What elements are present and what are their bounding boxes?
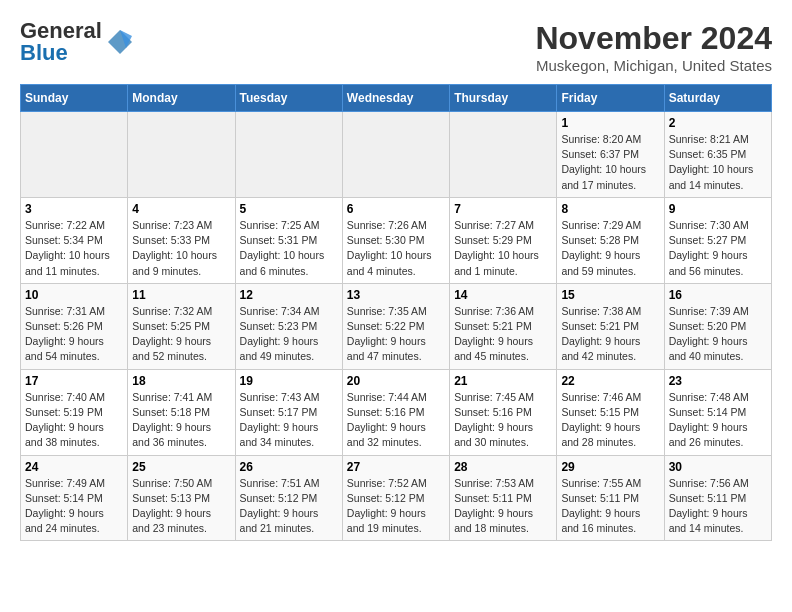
calendar-cell: 1Sunrise: 8:20 AM Sunset: 6:37 PM Daylig… (557, 112, 664, 198)
day-info: Sunrise: 7:44 AM Sunset: 5:16 PM Dayligh… (347, 390, 445, 451)
day-number: 4 (132, 202, 230, 216)
day-info: Sunrise: 7:41 AM Sunset: 5:18 PM Dayligh… (132, 390, 230, 451)
calendar-cell: 13Sunrise: 7:35 AM Sunset: 5:22 PM Dayli… (342, 283, 449, 369)
day-number: 19 (240, 374, 338, 388)
calendar-cell: 25Sunrise: 7:50 AM Sunset: 5:13 PM Dayli… (128, 455, 235, 541)
calendar-cell: 18Sunrise: 7:41 AM Sunset: 5:18 PM Dayli… (128, 369, 235, 455)
calendar-cell: 2Sunrise: 8:21 AM Sunset: 6:35 PM Daylig… (664, 112, 771, 198)
weekday-header-saturday: Saturday (664, 85, 771, 112)
calendar-cell: 16Sunrise: 7:39 AM Sunset: 5:20 PM Dayli… (664, 283, 771, 369)
day-number: 15 (561, 288, 659, 302)
day-info: Sunrise: 7:22 AM Sunset: 5:34 PM Dayligh… (25, 218, 123, 279)
day-number: 11 (132, 288, 230, 302)
day-info: Sunrise: 7:49 AM Sunset: 5:14 PM Dayligh… (25, 476, 123, 537)
weekday-header-sunday: Sunday (21, 85, 128, 112)
day-number: 24 (25, 460, 123, 474)
day-info: Sunrise: 7:30 AM Sunset: 5:27 PM Dayligh… (669, 218, 767, 279)
calendar-cell: 26Sunrise: 7:51 AM Sunset: 5:12 PM Dayli… (235, 455, 342, 541)
day-info: Sunrise: 8:21 AM Sunset: 6:35 PM Dayligh… (669, 132, 767, 193)
day-number: 20 (347, 374, 445, 388)
calendar-table: SundayMondayTuesdayWednesdayThursdayFrid… (20, 84, 772, 541)
calendar-cell: 15Sunrise: 7:38 AM Sunset: 5:21 PM Dayli… (557, 283, 664, 369)
day-number: 23 (669, 374, 767, 388)
page-header: General Blue November 2024 Muskegon, Mic… (20, 20, 772, 74)
calendar-cell: 11Sunrise: 7:32 AM Sunset: 5:25 PM Dayli… (128, 283, 235, 369)
day-info: Sunrise: 7:23 AM Sunset: 5:33 PM Dayligh… (132, 218, 230, 279)
calendar-cell: 30Sunrise: 7:56 AM Sunset: 5:11 PM Dayli… (664, 455, 771, 541)
logo-text: General Blue (20, 20, 102, 64)
day-info: Sunrise: 7:51 AM Sunset: 5:12 PM Dayligh… (240, 476, 338, 537)
calendar-cell (128, 112, 235, 198)
calendar-cell: 21Sunrise: 7:45 AM Sunset: 5:16 PM Dayli… (450, 369, 557, 455)
weekday-header-wednesday: Wednesday (342, 85, 449, 112)
day-info: Sunrise: 7:32 AM Sunset: 5:25 PM Dayligh… (132, 304, 230, 365)
calendar-cell: 7Sunrise: 7:27 AM Sunset: 5:29 PM Daylig… (450, 197, 557, 283)
day-number: 28 (454, 460, 552, 474)
calendar-cell (450, 112, 557, 198)
calendar-cell: 8Sunrise: 7:29 AM Sunset: 5:28 PM Daylig… (557, 197, 664, 283)
day-number: 27 (347, 460, 445, 474)
calendar-cell: 28Sunrise: 7:53 AM Sunset: 5:11 PM Dayli… (450, 455, 557, 541)
day-info: Sunrise: 7:43 AM Sunset: 5:17 PM Dayligh… (240, 390, 338, 451)
day-number: 13 (347, 288, 445, 302)
day-number: 17 (25, 374, 123, 388)
day-number: 21 (454, 374, 552, 388)
logo: General Blue (20, 20, 134, 64)
day-number: 1 (561, 116, 659, 130)
day-number: 14 (454, 288, 552, 302)
day-info: Sunrise: 7:38 AM Sunset: 5:21 PM Dayligh… (561, 304, 659, 365)
logo-blue: Blue (20, 40, 68, 65)
day-info: Sunrise: 7:56 AM Sunset: 5:11 PM Dayligh… (669, 476, 767, 537)
weekday-header-tuesday: Tuesday (235, 85, 342, 112)
day-info: Sunrise: 7:35 AM Sunset: 5:22 PM Dayligh… (347, 304, 445, 365)
calendar-week-3: 10Sunrise: 7:31 AM Sunset: 5:26 PM Dayli… (21, 283, 772, 369)
day-info: Sunrise: 7:48 AM Sunset: 5:14 PM Dayligh… (669, 390, 767, 451)
day-number: 2 (669, 116, 767, 130)
day-info: Sunrise: 7:52 AM Sunset: 5:12 PM Dayligh… (347, 476, 445, 537)
day-number: 6 (347, 202, 445, 216)
day-number: 10 (25, 288, 123, 302)
day-number: 18 (132, 374, 230, 388)
day-info: Sunrise: 7:46 AM Sunset: 5:15 PM Dayligh… (561, 390, 659, 451)
calendar-cell: 12Sunrise: 7:34 AM Sunset: 5:23 PM Dayli… (235, 283, 342, 369)
day-number: 22 (561, 374, 659, 388)
day-number: 25 (132, 460, 230, 474)
calendar-cell: 19Sunrise: 7:43 AM Sunset: 5:17 PM Dayli… (235, 369, 342, 455)
day-number: 9 (669, 202, 767, 216)
day-info: Sunrise: 7:45 AM Sunset: 5:16 PM Dayligh… (454, 390, 552, 451)
day-info: Sunrise: 7:39 AM Sunset: 5:20 PM Dayligh… (669, 304, 767, 365)
subtitle: Muskegon, Michigan, United States (535, 57, 772, 74)
calendar-cell: 24Sunrise: 7:49 AM Sunset: 5:14 PM Dayli… (21, 455, 128, 541)
day-number: 12 (240, 288, 338, 302)
calendar-cell: 4Sunrise: 7:23 AM Sunset: 5:33 PM Daylig… (128, 197, 235, 283)
day-info: Sunrise: 7:40 AM Sunset: 5:19 PM Dayligh… (25, 390, 123, 451)
day-info: Sunrise: 7:27 AM Sunset: 5:29 PM Dayligh… (454, 218, 552, 279)
day-number: 16 (669, 288, 767, 302)
calendar-cell: 27Sunrise: 7:52 AM Sunset: 5:12 PM Dayli… (342, 455, 449, 541)
calendar-cell: 17Sunrise: 7:40 AM Sunset: 5:19 PM Dayli… (21, 369, 128, 455)
calendar-cell: 22Sunrise: 7:46 AM Sunset: 5:15 PM Dayli… (557, 369, 664, 455)
day-info: Sunrise: 7:34 AM Sunset: 5:23 PM Dayligh… (240, 304, 338, 365)
day-number: 7 (454, 202, 552, 216)
calendar-cell: 5Sunrise: 7:25 AM Sunset: 5:31 PM Daylig… (235, 197, 342, 283)
day-info: Sunrise: 7:31 AM Sunset: 5:26 PM Dayligh… (25, 304, 123, 365)
calendar-week-5: 24Sunrise: 7:49 AM Sunset: 5:14 PM Dayli… (21, 455, 772, 541)
calendar-cell: 20Sunrise: 7:44 AM Sunset: 5:16 PM Dayli… (342, 369, 449, 455)
weekday-header-monday: Monday (128, 85, 235, 112)
day-info: Sunrise: 7:36 AM Sunset: 5:21 PM Dayligh… (454, 304, 552, 365)
calendar-cell (21, 112, 128, 198)
calendar-cell: 3Sunrise: 7:22 AM Sunset: 5:34 PM Daylig… (21, 197, 128, 283)
calendar-header: SundayMondayTuesdayWednesdayThursdayFrid… (21, 85, 772, 112)
calendar-cell: 23Sunrise: 7:48 AM Sunset: 5:14 PM Dayli… (664, 369, 771, 455)
calendar-cell: 14Sunrise: 7:36 AM Sunset: 5:21 PM Dayli… (450, 283, 557, 369)
day-number: 30 (669, 460, 767, 474)
main-title: November 2024 (535, 20, 772, 57)
day-number: 26 (240, 460, 338, 474)
calendar-week-2: 3Sunrise: 7:22 AM Sunset: 5:34 PM Daylig… (21, 197, 772, 283)
day-info: Sunrise: 7:53 AM Sunset: 5:11 PM Dayligh… (454, 476, 552, 537)
day-info: Sunrise: 7:25 AM Sunset: 5:31 PM Dayligh… (240, 218, 338, 279)
day-info: Sunrise: 7:50 AM Sunset: 5:13 PM Dayligh… (132, 476, 230, 537)
weekday-header-thursday: Thursday (450, 85, 557, 112)
day-number: 3 (25, 202, 123, 216)
day-number: 29 (561, 460, 659, 474)
